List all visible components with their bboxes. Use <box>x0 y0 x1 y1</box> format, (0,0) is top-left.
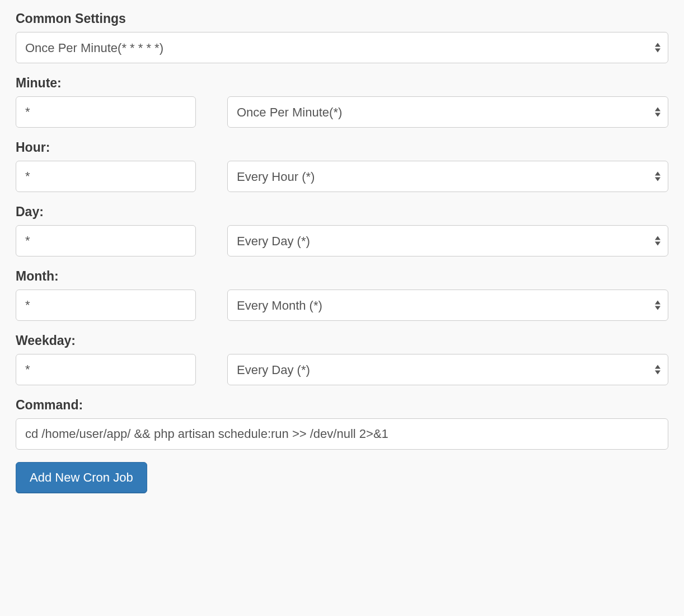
common-settings-select[interactable]: Once Per Minute(* * * * *) <box>16 32 668 63</box>
add-cron-job-button[interactable]: Add New Cron Job <box>16 462 147 493</box>
hour-select[interactable]: Every Hour (*) <box>227 161 668 192</box>
minute-label: Minute: <box>16 76 668 91</box>
minute-input[interactable] <box>16 96 196 128</box>
day-select[interactable]: Every Day (*) <box>227 225 668 256</box>
day-label: Day: <box>16 204 668 220</box>
hour-input[interactable] <box>16 161 196 192</box>
weekday-label: Weekday: <box>16 333 668 348</box>
hour-label: Hour: <box>16 140 668 155</box>
command-input[interactable] <box>16 418 668 450</box>
day-input[interactable] <box>16 225 196 256</box>
common-settings-label: Common Settings <box>16 11 668 26</box>
weekday-input[interactable] <box>16 354 196 385</box>
month-select[interactable]: Every Month (*) <box>227 290 668 321</box>
minute-select[interactable]: Once Per Minute(*) <box>227 96 668 128</box>
command-label: Command: <box>16 398 668 413</box>
month-label: Month: <box>16 269 668 284</box>
weekday-select[interactable]: Every Day (*) <box>227 354 668 385</box>
month-input[interactable] <box>16 290 196 321</box>
